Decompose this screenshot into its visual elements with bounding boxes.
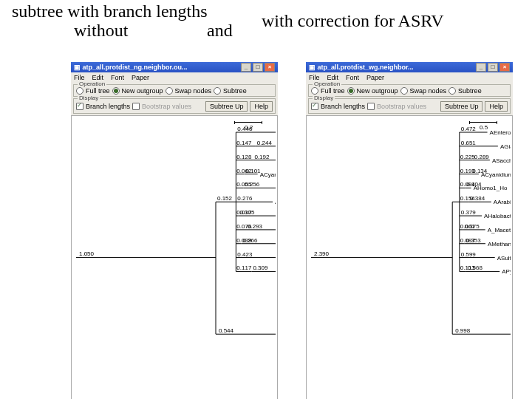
svg-text:0.244: 0.244 (257, 140, 273, 146)
chk-branch-lengths[interactable] (311, 103, 318, 110)
svg-text:0.289: 0.289 (474, 154, 490, 160)
label-full-tree: Full tree (321, 87, 345, 95)
label-full-tree: Full tree (86, 87, 110, 95)
svg-text:AHalobacte: AHalobacte (484, 213, 511, 219)
tree-svg: 1.0500.1520.5440.446AGiardia0.1470.244AS… (72, 116, 276, 399)
radio-new-outgroup[interactable] (347, 87, 355, 95)
radio-full-tree[interactable] (76, 87, 83, 95)
header-line1: subtree with branch lengths (12, 1, 208, 21)
svg-text:AEnterococ: AEnterococ (490, 129, 511, 136)
maximize-button[interactable]: □ (488, 63, 498, 72)
radio-new-outgroup[interactable] (112, 87, 120, 95)
svg-text:0.266: 0.266 (242, 237, 258, 244)
svg-text:0.256: 0.256 (245, 181, 260, 188)
label-subtree: Subtree (458, 87, 482, 95)
svg-text:0.101: 0.101 (246, 168, 262, 174)
svg-text:0.305: 0.305 (239, 209, 255, 216)
operation-legend: Operation (313, 81, 341, 87)
operation-legend: Operation (78, 81, 106, 87)
radio-swap-nodes[interactable] (166, 87, 173, 95)
tree-canvas: 0.5 2.3900.9980.472AEnterococ0.651AGiard… (306, 115, 513, 399)
svg-text:AArabidops: AArabidops (494, 199, 511, 205)
svg-text:0.152: 0.152 (217, 195, 233, 202)
left-window: ▣ atp_all.protdist_ng.neighbor.ou... _ □… (71, 62, 278, 399)
radio-subtree[interactable] (214, 87, 221, 95)
svg-text:0.128: 0.128 (236, 154, 252, 160)
app-icon: ▣ (74, 64, 81, 71)
header-without: without (74, 21, 128, 41)
svg-text:ASaccharom: ASaccharom (492, 157, 511, 164)
svg-text:0.998: 0.998 (455, 327, 471, 334)
svg-text:AGiardia: AGiardia (500, 143, 511, 150)
label-swap-nodes: Swap nodes (175, 87, 212, 95)
svg-text:0.472: 0.472 (461, 126, 477, 132)
svg-text:ACyanidium: ACyanidium (481, 171, 511, 178)
svg-text:1.050: 1.050 (79, 250, 95, 257)
minimize-button[interactable]: _ (476, 63, 486, 72)
svg-text:0.375: 0.375 (465, 223, 480, 230)
maximize-button[interactable]: □ (253, 63, 263, 72)
svg-text:AEnterococ: AEnterococ (275, 199, 276, 205)
svg-text:0.293: 0.293 (248, 223, 263, 230)
radio-swap-nodes[interactable] (400, 87, 408, 95)
label-subtree: Subtree (223, 87, 247, 95)
svg-text:0.309: 0.309 (253, 265, 268, 271)
display-legend: Display (78, 95, 100, 101)
label-new-outgroup: New outgroup (122, 87, 163, 95)
menu-font[interactable]: Font (111, 74, 124, 81)
label-new-outgroup: New outgroup (357, 87, 398, 95)
subtree-up-button[interactable]: Subtree Up (440, 101, 483, 112)
svg-text:0.225: 0.225 (460, 154, 476, 160)
display-legend: Display (313, 95, 335, 101)
svg-text:A_Maceti: A_Maceti (488, 227, 511, 233)
minimize-button[interactable]: _ (241, 63, 251, 72)
label-bootstrap: Bootstrap values (377, 103, 426, 110)
app-icon: ▣ (309, 64, 316, 71)
help-button[interactable]: Help (250, 101, 273, 112)
svg-text:0.276: 0.276 (237, 195, 253, 202)
svg-text:0.599: 0.599 (461, 251, 477, 258)
chk-bootstrap[interactable] (367, 103, 375, 110)
chk-branch-lengths[interactable] (76, 103, 83, 110)
radio-subtree[interactable] (449, 87, 456, 95)
menu-paper[interactable]: Paper (366, 74, 384, 81)
svg-text:ACyanidium: ACyanidium (260, 171, 276, 178)
help-button[interactable]: Help (485, 101, 508, 112)
label-branch-lengths: Branch lengths (86, 103, 130, 110)
label-branch-lengths: Branch lengths (321, 103, 365, 110)
close-button[interactable]: × (265, 63, 275, 72)
operation-group: Operation Full tree New outgroup Swap no… (73, 84, 276, 97)
svg-text:0.117: 0.117 (236, 265, 252, 271)
menu-paper[interactable]: Paper (132, 74, 149, 81)
svg-text:2.390: 2.390 (314, 250, 330, 257)
tree-canvas: 0.2 1.0500.1520.5440.446AGiardia0.1470.2… (71, 115, 278, 399)
svg-text:0.423: 0.423 (237, 251, 253, 258)
window-title: atp_all.protdist_ng.neighbor.ou... (83, 64, 188, 71)
chk-bootstrap[interactable] (132, 103, 140, 110)
close-button[interactable]: × (499, 63, 510, 72)
display-group: Display Branch lengths Bootstrap values … (308, 98, 511, 114)
svg-text:0.651: 0.651 (461, 140, 477, 146)
svg-text:0.568: 0.568 (468, 265, 483, 271)
menu-font[interactable]: Font (346, 74, 359, 81)
header-and: and (207, 21, 233, 41)
operation-group: Operation Full tree New outgroup Swap no… (308, 84, 511, 97)
header-right: with correction for ASRV (262, 11, 444, 31)
right-window: ▣ atp_all.protdist_wg.neighbor... _ □ × … (306, 62, 513, 399)
radio-full-tree[interactable] (311, 87, 318, 95)
svg-text:APyrobacul: APyrobacul (502, 268, 511, 275)
svg-text:ASulfolobu: ASulfolobu (497, 255, 511, 262)
titlebar: ▣ atp_all.protdist_wg.neighbor... _ □ × (306, 62, 513, 72)
subtree-up-button[interactable]: Subtree Up (205, 101, 248, 112)
svg-text:AMethanoc: AMethanoc (488, 241, 511, 248)
label-swap-nodes: Swap nodes (410, 87, 447, 95)
window-title: atp_all.protdist_wg.neighbor... (318, 64, 414, 71)
titlebar: ▣ atp_all.protdist_ng.neighbor.ou... _ □… (71, 62, 278, 72)
label-bootstrap: Bootstrap values (142, 103, 191, 110)
display-group: Display Branch lengths Bootstrap values … (73, 98, 276, 114)
svg-text:0.384: 0.384 (470, 195, 485, 202)
svg-text:0.192: 0.192 (254, 154, 270, 160)
svg-text:0.353: 0.353 (466, 237, 482, 244)
svg-text:0.446: 0.446 (237, 126, 253, 132)
tree-svg: 2.3900.9980.472AEnterococ0.651AGiardia0.… (307, 116, 511, 399)
